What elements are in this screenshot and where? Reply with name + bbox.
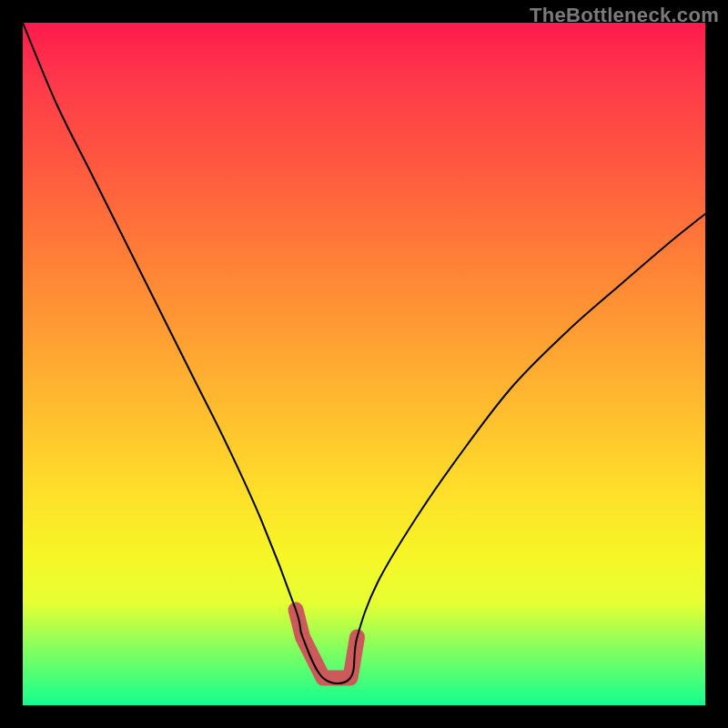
plot-area: [23, 23, 705, 705]
watermark-label: TheBottleneck.com: [530, 4, 719, 27]
curve-layer: [23, 23, 705, 705]
bottleneck-curve-line: [23, 23, 705, 683]
bottleneck-chart: TheBottleneck.com: [0, 0, 728, 728]
